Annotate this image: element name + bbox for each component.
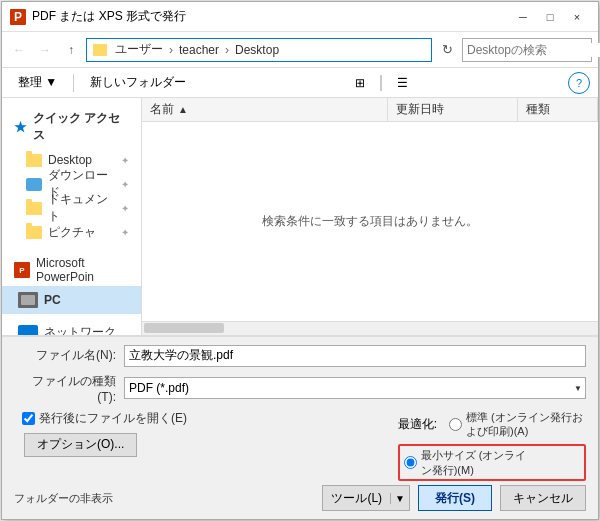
ms-office-icon: P: [14, 262, 30, 278]
main-area: ★ クイック アクセス Desktop ✦ ダウンロード ✦ ドキュメント ✦: [2, 98, 598, 335]
tools-arrow[interactable]: ▼: [390, 493, 409, 504]
up-button[interactable]: ↑: [60, 39, 82, 61]
folder-icon-pics: [26, 226, 42, 239]
file-list: 名前 ▲ 更新日時 種類 検索条件に一致する項目はありません。: [142, 98, 598, 335]
filetype-label: ファイルの種類(T):: [14, 373, 124, 404]
toolbar-sep: [73, 74, 74, 92]
path-part-3: Desktop: [235, 43, 279, 57]
bottom-row: フォルダーの非表示 ツール(L) ▼ 発行(S) キャンセル: [14, 485, 586, 511]
folder-icon: [93, 44, 107, 56]
organize-button[interactable]: 整理 ▼: [10, 71, 65, 95]
tools-dropdown[interactable]: ツール(L) ▼: [322, 485, 410, 511]
minimize-button[interactable]: ─: [510, 7, 536, 27]
shortcut-icon-dl: ✦: [121, 179, 129, 190]
new-folder-button[interactable]: 新しいフォルダー: [82, 71, 194, 95]
sidebar-item-powerpoint[interactable]: P Microsoft PowerPoin: [2, 258, 141, 282]
quick-access-section: ★ クイック アクセス Desktop ✦ ダウンロード ✦ ドキュメント ✦: [2, 106, 141, 244]
sidebar-item-documents[interactable]: ドキュメント ✦: [2, 196, 141, 220]
publish-button[interactable]: 発行(S): [418, 485, 492, 511]
sidebar-item-pc[interactable]: PC: [2, 286, 141, 314]
radio-minimum-highlighted[interactable]: 最小サイズ (オンライン発行)(M): [398, 444, 586, 481]
save-dialog: P PDF または XPS 形式で発行 ─ □ × ← → ↑ ユーザー › t…: [1, 1, 599, 520]
optimize-label-row: 最適化: 標準 (オンライン発行および印刷)(A): [398, 410, 586, 439]
close-button[interactable]: ×: [564, 7, 590, 27]
folder-icon-docs: [26, 202, 42, 215]
search-input[interactable]: [467, 43, 600, 57]
shortcut-icon-pics: ✦: [121, 227, 129, 238]
filename-input[interactable]: [124, 345, 586, 367]
filetype-select[interactable]: PDF (*.pdf): [124, 377, 586, 399]
path-sep-2: ›: [225, 43, 229, 57]
filetype-row: ファイルの種類(T): PDF (*.pdf): [14, 373, 586, 404]
sidebar-item-network[interactable]: ネットワーク: [2, 318, 141, 335]
folder-icon: [26, 154, 42, 167]
sort-arrow: ▲: [178, 104, 188, 115]
folder-toggle[interactable]: フォルダーの非表示: [14, 491, 113, 506]
radio-standard[interactable]: [449, 418, 462, 431]
open-after-publish-checkbox[interactable]: [22, 412, 35, 425]
empty-message: 検索条件に一致する項目はありません。: [142, 122, 598, 321]
open-after-publish-option[interactable]: 発行後にファイルを開く(E): [22, 410, 378, 427]
quick-access-title: ★ クイック アクセス: [2, 106, 141, 148]
view-button[interactable]: ⊞: [348, 71, 372, 95]
cancel-button[interactable]: キャンセル: [500, 485, 586, 511]
radio-minimum-option[interactable]: 最小サイズ (オンライン発行)(M): [404, 448, 580, 477]
col-name-header[interactable]: 名前 ▲: [142, 98, 388, 121]
shortcut-icon-docs: ✦: [121, 203, 129, 214]
file-scroll-area: 検索条件に一致する項目はありません。: [142, 122, 598, 335]
forward-button[interactable]: →: [34, 39, 56, 61]
scrollbar-thumb[interactable]: [144, 323, 224, 333]
horizontal-scrollbar[interactable]: [142, 321, 598, 335]
options-button-wrapper: オプション(O)...: [22, 433, 398, 457]
tools-label: ツール(L): [323, 490, 390, 507]
pc-icon: [18, 292, 38, 308]
path-sep-1: ›: [169, 43, 173, 57]
address-path[interactable]: ユーザー › teacher › Desktop: [86, 38, 432, 62]
sidebar: ★ クイック アクセス Desktop ✦ ダウンロード ✦ ドキュメント ✦: [2, 98, 142, 335]
radio-standard-option[interactable]: 標準 (オンライン発行および印刷)(A): [449, 410, 586, 439]
left-options: 発行後にファイルを開く(E) オプション(O)...: [22, 410, 398, 457]
options-row: 発行後にファイルを開く(E) オプション(O)... 最適化: 標準 (オンライ…: [14, 410, 586, 481]
toolbar: 整理 ▼ 新しいフォルダー ⊞ ☰ ?: [2, 68, 598, 98]
col-type-header[interactable]: 種類: [518, 98, 598, 121]
bottom-buttons: ツール(L) ▼ 発行(S) キャンセル: [322, 485, 586, 511]
optimize-section: 最適化: 標準 (オンライン発行および印刷)(A) 最小サイズ (オンライン発行…: [398, 410, 586, 481]
optimize-label: 最適化:: [398, 416, 437, 433]
path-part-1: ユーザー: [115, 41, 163, 58]
back-button[interactable]: ←: [8, 39, 30, 61]
bottom-form: ファイル名(N): ファイルの種類(T): PDF (*.pdf) 発行後にファ…: [2, 335, 598, 519]
view-detail-button[interactable]: ☰: [390, 71, 414, 95]
star-icon: ★: [14, 119, 27, 135]
maximize-button[interactable]: □: [537, 7, 563, 27]
title-bar: P PDF または XPS 形式で発行 ─ □ ×: [2, 2, 598, 32]
help-button[interactable]: ?: [568, 72, 590, 94]
path-part-2: teacher: [179, 43, 219, 57]
search-box[interactable]: 🔍: [462, 38, 592, 62]
filename-row: ファイル名(N):: [14, 345, 586, 367]
filetype-select-wrapper: PDF (*.pdf): [124, 377, 586, 399]
download-icon: [26, 178, 42, 191]
dialog-title: PDF または XPS 形式で発行: [32, 8, 510, 25]
options-button[interactable]: オプション(O)...: [24, 433, 137, 457]
file-list-header: 名前 ▲ 更新日時 種類: [142, 98, 598, 122]
network-icon: [18, 325, 38, 335]
view-sep: [380, 75, 382, 91]
radio-minimum[interactable]: [404, 456, 417, 469]
filename-label: ファイル名(N):: [14, 347, 124, 364]
sidebar-item-pictures[interactable]: ピクチャ ✦: [2, 220, 141, 244]
window-controls: ─ □ ×: [510, 7, 590, 27]
refresh-button[interactable]: ↻: [436, 39, 458, 61]
col-date-header[interactable]: 更新日時: [388, 98, 518, 121]
app-icon: P: [10, 9, 26, 25]
shortcut-icon: ✦: [121, 155, 129, 166]
address-bar: ← → ↑ ユーザー › teacher › Desktop ↻ 🔍: [2, 32, 598, 68]
